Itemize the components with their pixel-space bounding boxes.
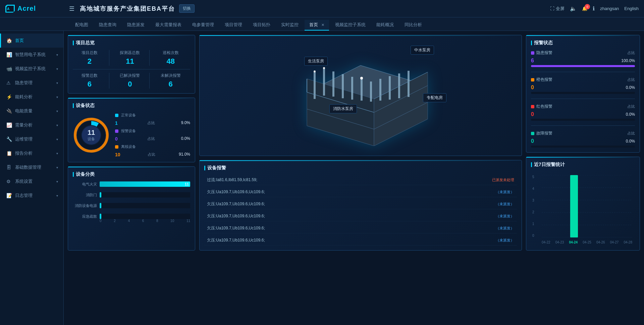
sidebar-item-home[interactable]: 🏠 首页 bbox=[0, 34, 63, 48]
red-count: 0 bbox=[531, 111, 534, 117]
offline-label: 离线设备 bbox=[121, 144, 141, 149]
cat-val-electric: 11 bbox=[185, 182, 189, 186]
y-label-0: 0 bbox=[532, 234, 534, 237]
cat-axis: 0 2 4 6 8 10 11 bbox=[73, 219, 190, 223]
axis-11: 11 bbox=[186, 219, 190, 223]
sidebar-item-smartelectric[interactable]: 📊 智慧用电子系统 ▾ bbox=[0, 48, 63, 62]
x-label-0423: 04-23 bbox=[555, 240, 564, 244]
switch-button[interactable]: 切换 bbox=[179, 4, 195, 13]
orange-alarm-label: 橙色报警 bbox=[536, 77, 552, 83]
alarm-type-orange: 橙色报警 bbox=[531, 77, 552, 83]
svg-rect-19 bbox=[351, 77, 353, 100]
svg-point-26 bbox=[314, 70, 316, 72]
stat-unresolved-value: 6 bbox=[154, 80, 187, 89]
notification-button[interactable]: 🔔 0 bbox=[582, 6, 587, 11]
orange-count: 0 bbox=[531, 85, 534, 91]
sidebar-item-reports[interactable]: 📋 报告分析 ▾ bbox=[0, 146, 63, 160]
stat-unresolved-alarm: 未解决报警 6 bbox=[154, 73, 190, 89]
fullscreen-button[interactable]: ⛶ 全屏 bbox=[550, 6, 565, 12]
cat-bar-electric: 11 bbox=[100, 181, 190, 187]
red-pct-label: 占比 bbox=[628, 104, 635, 109]
tab-shouye[interactable]: 首页 ✕ bbox=[305, 20, 329, 31]
project-stats-row1: 项目总数 2 探测器总数 11 巡检次数 48 bbox=[73, 50, 190, 66]
svg-point-28 bbox=[360, 77, 363, 79]
tab-diancanliangguanli[interactable]: 电参量管理 bbox=[187, 20, 219, 31]
sidebar-label-maintenance: 运维管理 bbox=[15, 136, 56, 142]
sidebar-item-energy[interactable]: ⚡ 能耗分析 ▾ bbox=[0, 90, 63, 104]
sidebar-item-maintenance[interactable]: 🔧 运维管理 ▾ bbox=[0, 132, 63, 146]
y-label-5: 5 bbox=[532, 175, 534, 179]
chevron-down-icon-7: ▾ bbox=[56, 138, 58, 141]
svg-rect-22 bbox=[379, 79, 381, 101]
cat-label-fire-door: 消防门 bbox=[73, 193, 97, 198]
tab-yinhuanpafa[interactable]: 隐患派发 bbox=[122, 20, 149, 31]
device-status-card: 设备状态 11 bbox=[68, 98, 195, 162]
alarm-desc-2: 欠压:Ua109.7,Ub109.6,Uc109.6; bbox=[207, 201, 265, 207]
label-living-pump: 生活泵房 bbox=[304, 57, 328, 66]
left-column: 项目总览 项目总数 2 探测器总数 11 巡检次数 48 bbox=[68, 35, 195, 251]
cat-item-emergency: 应急疏散 bbox=[73, 214, 190, 219]
info-icon[interactable]: ℹ bbox=[593, 5, 595, 12]
tab-videomonitor[interactable]: 视频监控子系统 bbox=[330, 20, 370, 31]
tab-xiangmutuopu[interactable]: 项目拓扑 bbox=[248, 20, 275, 31]
stat-resolved-alarm: 已解决报警 0 bbox=[113, 73, 150, 89]
tab-tongbi[interactable]: 同比分析 bbox=[400, 20, 427, 31]
chart-svg: 5 bbox=[542, 175, 632, 237]
sidebar-item-logs[interactable]: 📝 日志管理 ▾ bbox=[0, 188, 63, 203]
sidebar-label-smartelectric: 智慧用电子系统 bbox=[15, 52, 56, 58]
sidebar-item-powquality[interactable]: 🔌 电能质量 ▾ bbox=[0, 104, 63, 118]
orange-bar-bg bbox=[531, 92, 635, 94]
label-power-room-text: 专配电房 bbox=[427, 95, 443, 100]
tab-xiangmuguanli[interactable]: 项目管理 bbox=[220, 20, 247, 31]
sidebar-item-demand[interactable]: 📈 需量分析 ▾ bbox=[0, 118, 63, 132]
logo-icon: A bbox=[5, 5, 15, 13]
volume-icon[interactable]: 🔈 bbox=[570, 5, 577, 12]
tab-nenghao[interactable]: 能耗概况 bbox=[372, 20, 398, 31]
alarm-status-5: （未派发） bbox=[496, 238, 514, 243]
normal-pct-label: 占比 bbox=[148, 120, 155, 126]
chevron-down-icon-5: ▾ bbox=[56, 109, 58, 113]
tab-maxdemand[interactable]: 最大需量报表 bbox=[151, 20, 186, 31]
alarm-desc-1: 欠压:Ua109.7,Ub109.6,Uc109.6; bbox=[207, 189, 265, 195]
normal-label: 正常设备 bbox=[121, 113, 141, 118]
alarm-desc-5: 欠压:Ua109.7,Ub109.6,Uc109.6; bbox=[207, 237, 265, 243]
chart-y-labels: 5 4 3 2 1 0 bbox=[532, 175, 534, 237]
stat-alarm-total: 报警总数 6 bbox=[73, 73, 109, 89]
cat-item-fire-door: 消防门 bbox=[73, 192, 190, 198]
y-label-1: 1 bbox=[532, 222, 534, 226]
tab-close-icon[interactable]: ✕ bbox=[321, 23, 324, 27]
sidebar-item-settings[interactable]: ⚙ 系统设置 ▾ bbox=[0, 174, 63, 188]
project-stats-row2: 报警总数 6 已解决报警 0 未解决报警 6 bbox=[73, 73, 190, 89]
alarm-desc-0: 过流:Ia81.6,Ib81.59,Ic81.59; bbox=[207, 177, 257, 183]
y-label-3: 3 bbox=[532, 199, 534, 202]
project-overview-card: 项目总览 项目总数 2 探测器总数 11 巡检次数 48 bbox=[68, 35, 195, 94]
svg-rect-23 bbox=[389, 76, 391, 100]
x-label-0425: 04-25 bbox=[583, 240, 591, 244]
language-selector[interactable]: English bbox=[624, 6, 639, 11]
sidebar-item-hazard[interactable]: ⚠ 隐患管理 ▾ bbox=[0, 76, 63, 90]
svg-point-27 bbox=[323, 67, 325, 69]
donut-total: 11 bbox=[88, 129, 95, 137]
offline-pct: 91.0% bbox=[179, 152, 190, 157]
tab-peidianytu[interactable]: 配电图 bbox=[70, 20, 93, 31]
alarm-item-5: 欠压:Ua109.7,Ub109.6,Uc109.6; （未派发） bbox=[204, 235, 517, 246]
project-overview-title: 项目总览 bbox=[73, 40, 190, 46]
stat-inspection-label: 巡检次数 bbox=[154, 50, 187, 56]
alarm-status-3: （未派发） bbox=[496, 214, 514, 219]
chart-7day-card: 近7日报警统计 5 4 3 2 1 0 bbox=[526, 157, 640, 251]
red-alarm-label: 红色报警 bbox=[536, 104, 552, 109]
tab-yinhuanchaxun[interactable]: 隐患查询 bbox=[94, 20, 121, 31]
offline-count: 10 bbox=[115, 152, 120, 157]
label-power-room: 专配电房 bbox=[423, 93, 446, 102]
tab-shishijiankong[interactable]: 实时监控 bbox=[276, 20, 303, 31]
sidebar-item-videomonitor[interactable]: 📹 视频监控子系统 ▾ bbox=[0, 62, 63, 76]
donut-chart: 11 设备 bbox=[73, 117, 110, 154]
sidebar-item-basedata[interactable]: 🗄 基础数据管理 ▾ bbox=[0, 160, 63, 174]
cat-item-electric: 电气火灾 11 bbox=[73, 181, 190, 187]
device-status-content: 11 设备 正常设备 1 占比 9.0% bbox=[73, 113, 190, 157]
hamburger-icon[interactable]: ☰ bbox=[69, 5, 74, 12]
username: zhangsan bbox=[600, 6, 619, 11]
cat-bar-fire-door-bg bbox=[100, 192, 190, 198]
energy-icon: ⚡ bbox=[6, 94, 12, 100]
alarm-label: 报警设备 bbox=[121, 128, 141, 133]
